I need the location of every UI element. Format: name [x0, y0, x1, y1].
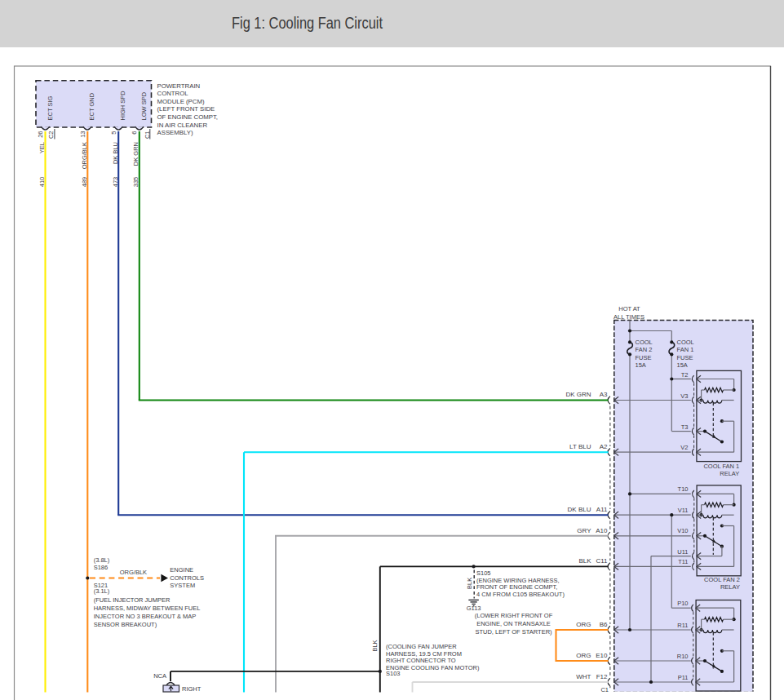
svg-text:15A: 15A	[636, 361, 646, 369]
svg-text:SENSOR BREAKOUT): SENSOR BREAKOUT)	[94, 621, 157, 628]
svg-text:6: 6	[131, 131, 138, 135]
svg-text:FAN 2: FAN 2	[636, 346, 653, 353]
svg-text:SYSTEM: SYSTEM	[170, 582, 195, 589]
svg-text:HARNESS, MIDWAY BETWEEN FUEL: HARNESS, MIDWAY BETWEEN FUEL	[94, 605, 201, 612]
svg-text:BLK: BLK	[466, 578, 473, 589]
svg-text:P11: P11	[678, 674, 689, 681]
svg-text:RELAY: RELAY	[720, 583, 740, 591]
svg-text:(3.8L): (3.8L)	[94, 556, 110, 564]
svg-text:26: 26	[37, 131, 44, 138]
svg-text:V2: V2	[680, 444, 688, 451]
svg-text:C2: C2	[47, 131, 55, 140]
svg-text:(LOWER RIGHT FRONT OF: (LOWER RIGHT FRONT OF	[475, 612, 553, 619]
svg-text:(3.1L): (3.1L)	[94, 587, 110, 595]
svg-text:RELAY: RELAY	[720, 470, 739, 477]
svg-text:NCA: NCA	[153, 672, 166, 680]
svg-text:ALL TIMES: ALL TIMES	[613, 313, 644, 321]
svg-text:V11: V11	[678, 507, 689, 514]
svg-text:C1: C1	[600, 686, 609, 693]
svg-text:(FUEL INJECTOR JUMPER: (FUEL INJECTOR JUMPER	[94, 596, 171, 604]
svg-text:COOL: COOL	[636, 339, 653, 346]
svg-text:CONTROL: CONTROL	[157, 90, 189, 97]
svg-text:R10: R10	[677, 653, 689, 660]
svg-text:MODULE (PCM): MODULE (PCM)	[157, 98, 205, 105]
svg-text:RIGHT: RIGHT	[182, 685, 202, 693]
svg-text:BLK: BLK	[578, 557, 591, 565]
svg-text:U11: U11	[677, 548, 688, 556]
svg-text:15A: 15A	[677, 361, 688, 369]
svg-text:STUD, LEFT OF STARTER): STUD, LEFT OF STARTER)	[475, 628, 552, 636]
svg-text:ORG: ORG	[576, 652, 591, 659]
svg-text:T2: T2	[681, 371, 689, 379]
svg-text:4 CM FROM C105 BREAKOUT): 4 CM FROM C105 BREAKOUT)	[476, 591, 565, 598]
svg-text:T3: T3	[681, 423, 689, 431]
svg-text:INJECTOR NO 3 BREAKOUT & MAP: INJECTOR NO 3 BREAKOUT & MAP	[94, 613, 197, 620]
svg-text:LOW SPD: LOW SPD	[140, 91, 148, 120]
svg-text:V10: V10	[677, 527, 688, 534]
svg-text:(LEFT FRONT SIDE: (LEFT FRONT SIDE	[157, 105, 215, 113]
svg-text:HIGH SPD: HIGH SPD	[119, 91, 126, 121]
svg-text:P10: P10	[677, 600, 688, 607]
svg-text:LT BLU: LT BLU	[569, 443, 591, 450]
svg-text:ENGINE, ON TRANSAXLE: ENGINE, ON TRANSAXLE	[476, 620, 551, 627]
svg-text:FUSE: FUSE	[677, 354, 693, 361]
svg-text:ECT GND: ECT GND	[88, 92, 95, 120]
svg-text:IN AIR CLEANER: IN AIR CLEANER	[157, 122, 208, 129]
svg-text:OF ENGINE COMPT,: OF ENGINE COMPT,	[157, 113, 219, 121]
svg-text:C1: C1	[144, 131, 151, 140]
svg-text:A10: A10	[596, 527, 608, 534]
svg-text:V3: V3	[680, 392, 688, 400]
svg-text:Fig 1: Cooling Fan Circuit: Fig 1: Cooling Fan Circuit	[232, 14, 383, 32]
svg-text:13: 13	[79, 131, 86, 138]
svg-text:FUSE: FUSE	[636, 354, 652, 361]
svg-text:ORG/BLK: ORG/BLK	[120, 569, 147, 576]
svg-text:HOT AT: HOT AT	[618, 305, 640, 312]
svg-text:BLK: BLK	[371, 640, 379, 651]
svg-text:A11: A11	[596, 506, 608, 513]
svg-text:ENGINE: ENGINE	[170, 566, 193, 574]
svg-text:R11: R11	[677, 622, 688, 629]
svg-text:E10: E10	[596, 652, 608, 659]
svg-text:S103: S103	[386, 670, 401, 677]
svg-text:ORG: ORG	[576, 621, 591, 628]
svg-text:ORG/BLK: ORG/BLK	[81, 142, 88, 169]
svg-text:B6: B6	[600, 621, 608, 628]
svg-text:ASSEMBLY): ASSEMBLY)	[157, 129, 193, 136]
svg-text:DK BLU: DK BLU	[568, 506, 591, 513]
svg-text:FAN 1: FAN 1	[677, 346, 694, 353]
svg-text:A2: A2	[600, 443, 608, 450]
svg-text:T11: T11	[678, 558, 688, 565]
svg-text:T10: T10	[678, 485, 689, 493]
svg-text:C11: C11	[596, 557, 608, 565]
svg-text:CONTROLS: CONTROLS	[170, 574, 204, 582]
svg-text:GRY: GRY	[577, 527, 591, 534]
svg-text:COOL: COOL	[677, 339, 694, 346]
svg-text:WHT: WHT	[576, 673, 591, 680]
svg-text:S186: S186	[94, 564, 109, 571]
svg-text:DK GRN: DK GRN	[565, 391, 591, 398]
svg-text:F12: F12	[596, 673, 608, 680]
svg-text:POWERTRAIN: POWERTRAIN	[157, 82, 201, 90]
svg-text:5: 5	[110, 131, 117, 135]
svg-text:489: 489	[81, 177, 88, 188]
svg-text:ECT SIG: ECT SIG	[47, 95, 54, 120]
svg-text:A3: A3	[600, 391, 608, 398]
